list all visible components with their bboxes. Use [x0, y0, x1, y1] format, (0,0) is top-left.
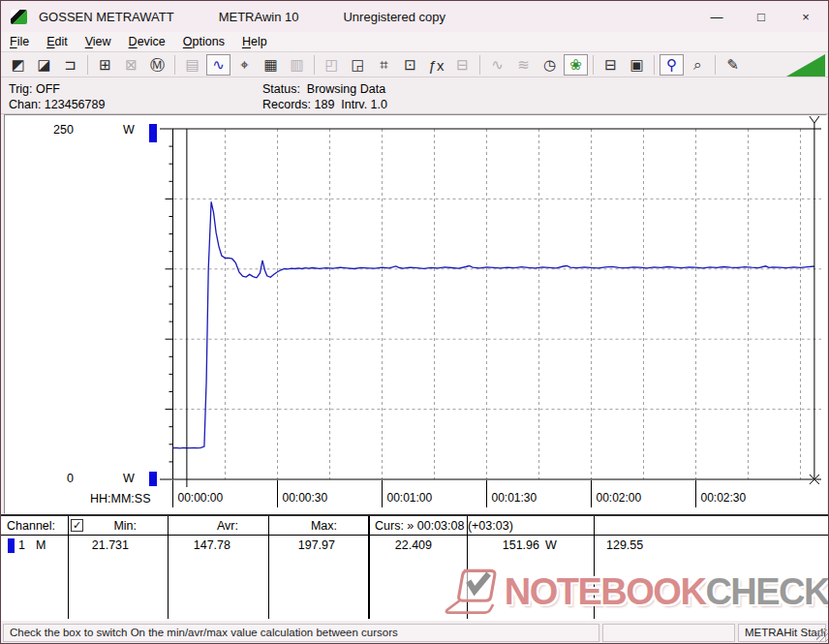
clear-device-icon: ⊠: [119, 54, 143, 76]
wave-dense-icon: ≋: [511, 54, 536, 76]
resize-grip[interactable]: [816, 629, 829, 642]
lcd-display-icon: ▤: [180, 54, 204, 76]
crosshair-view-icon[interactable]: ⌖: [232, 54, 257, 76]
chart-panel: 00:00:0000:00:3000:01:0000:01:3000:02:00…: [4, 114, 827, 514]
statistics-table: Channel: ✓ Min: Avr: Max: Curs: » 00:03:…: [1, 514, 829, 621]
header-max: Max:: [269, 519, 337, 533]
zoom-out-icon[interactable]: ⌕: [686, 54, 710, 76]
channel-1-color-marker: [8, 538, 15, 553]
wave-low-icon: ∿: [485, 54, 509, 76]
browse-status: Status: Browsing Data: [262, 82, 385, 96]
records-interval: Records: 189 Intrv. 1.0: [262, 98, 387, 111]
window-controls: — □ ×: [694, 1, 828, 32]
read-device-icon[interactable]: ⊞: [93, 54, 117, 76]
menubar: FileEditViewDeviceOptionsHelp: [1, 32, 828, 52]
channel-marker-bottom[interactable]: [149, 472, 157, 486]
record-disk-icon[interactable]: ◲: [346, 54, 370, 76]
value-max: 197.97: [269, 538, 335, 552]
value-min: 21.731: [69, 538, 129, 552]
histogram-view-icon: ▥: [285, 54, 309, 76]
channel-list: Chan: 123456789: [9, 98, 105, 111]
header-min: Min:: [69, 519, 137, 533]
value-avr: 147.78: [169, 538, 230, 552]
toolbar-separator: [174, 55, 175, 75]
table-view-icon[interactable]: ▦: [259, 54, 283, 76]
print-preview-icon[interactable]: ⊟: [599, 54, 623, 76]
minimize-button[interactable]: —: [694, 1, 739, 32]
multichannel-icon[interactable]: ❀: [564, 54, 588, 76]
value-cursor1: 22.409: [371, 538, 432, 552]
print-icon[interactable]: ▣: [625, 54, 649, 76]
statusbar-hint: Check the box to switch On the min/avr/m…: [3, 624, 599, 642]
value-cursor2: 151.96: [468, 538, 539, 552]
metrawin-window: GOSSEN METRAWATT METRAwin 10 Unregistere…: [0, 0, 829, 644]
y-unit-top: W: [123, 123, 135, 137]
read-memory-icon[interactable]: Ⓜ: [145, 54, 169, 76]
formula-icon[interactable]: ƒx: [424, 54, 448, 76]
menu-view[interactable]: View: [77, 33, 120, 50]
y-max-label: 250: [53, 123, 74, 137]
toolbar-separator: [87, 55, 88, 75]
menu-file[interactable]: File: [1, 33, 38, 50]
titlebar-app-name: GOSSEN METRAWATT: [39, 10, 174, 24]
svg-text:00:01:00: 00:01:00: [387, 491, 433, 505]
menu-help[interactable]: Help: [233, 33, 276, 50]
acquisition-info-panel: Trig: OFF Chan: 123456789 Status: Browsi…: [1, 78, 828, 114]
toolbar-corner-triangle: [786, 54, 825, 77]
export-icon: ◰: [320, 54, 344, 76]
app-logo-icon: [11, 10, 27, 24]
curve-view-icon[interactable]: ∿: [206, 54, 230, 76]
titlebar-license-note: Unregistered copy: [343, 10, 445, 24]
toolbar: ◩◪⊐⊞⊠Ⓜ▤∿⌖▦▥◰◲⌗⊡ƒx⊟∿≋◷❀⊟▣⚲⌕✎: [1, 53, 828, 77]
toolbar-separator: [715, 55, 716, 75]
toolbar-separator: [593, 55, 594, 75]
cursor-right-top-handle[interactable]: [810, 116, 819, 123]
device-link-icon: ⊟: [450, 54, 475, 76]
close-button[interactable]: ×: [783, 1, 828, 32]
value-cursor-delta: 129.55: [606, 538, 643, 552]
save-icon[interactable]: ◩: [6, 54, 30, 76]
monitor-icon[interactable]: ⊡: [398, 54, 422, 76]
svg-text:00:00:00: 00:00:00: [178, 491, 224, 505]
toolbar-separator: [479, 55, 480, 75]
header-channel: Channel:: [7, 519, 55, 533]
x-axis-format-label: HH:MM:SS: [90, 492, 151, 506]
power-chart: 00:00:0000:00:3000:01:0000:01:3000:02:00…: [5, 115, 826, 513]
statusbar-middle: [602, 624, 735, 642]
table-header-divider: [1, 535, 829, 536]
timer-icon[interactable]: ◷: [537, 54, 562, 76]
svg-text:00:00:30: 00:00:30: [283, 491, 328, 505]
statusbar-device: METRAHit Starline-Seri: [738, 624, 826, 642]
zoom-curve-icon[interactable]: ⚲: [660, 54, 684, 76]
titlebar: GOSSEN METRAWATT METRAwin 10 Unregistere…: [1, 1, 828, 32]
svg-text:00:01:30: 00:01:30: [492, 491, 537, 505]
maximize-button[interactable]: □: [739, 1, 783, 32]
svg-text:00:02:00: 00:02:00: [597, 491, 642, 505]
channel-marker-top[interactable]: [149, 124, 157, 142]
y-unit-bottom: W: [123, 472, 135, 485]
value-cursor2-unit: W: [545, 538, 557, 552]
menu-device[interactable]: Device: [120, 33, 174, 50]
toolbar-separator: [314, 55, 315, 75]
channel-mode: M: [36, 538, 46, 552]
trigger-status: Trig: OFF: [9, 82, 60, 96]
menu-options[interactable]: Options: [174, 33, 233, 50]
svg-text:00:02:30: 00:02:30: [701, 491, 747, 505]
channel-number: 1: [18, 538, 25, 552]
titlebar-doc-name: METRAwin 10: [219, 10, 299, 24]
save-as-icon[interactable]: ◪: [32, 54, 56, 76]
header-cursors: Curs: » 00:03:08 (+03:03): [375, 519, 513, 533]
open-icon[interactable]: ⊐: [58, 54, 82, 76]
header-avr: Avr:: [169, 519, 238, 533]
y-min-label: 0: [67, 472, 74, 485]
record-list-icon[interactable]: ⌗: [372, 54, 396, 76]
toolbar-separator: [654, 55, 655, 75]
menu-edit[interactable]: Edit: [38, 33, 77, 50]
statusbar: Check the box to switch On the min/avr/m…: [1, 622, 829, 644]
notes-icon[interactable]: ✎: [721, 54, 745, 76]
